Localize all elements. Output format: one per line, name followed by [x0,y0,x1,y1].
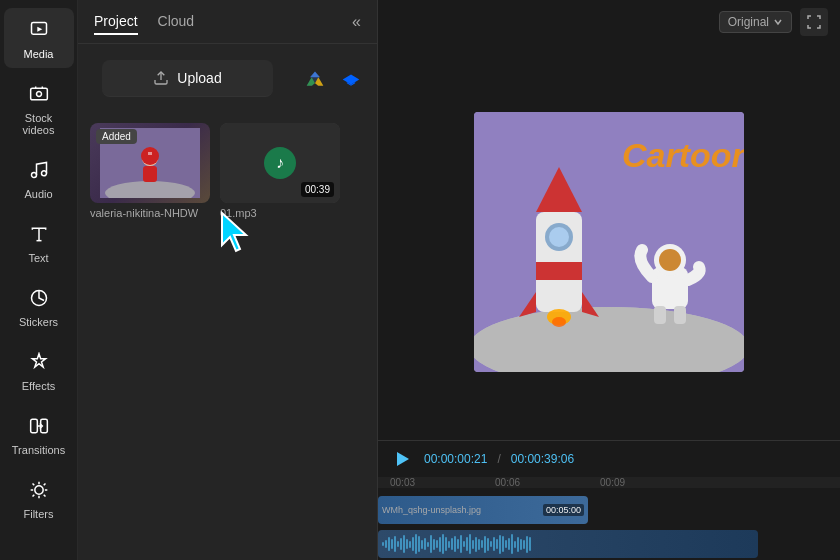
svg-point-9 [34,486,42,494]
sidebar-item-stickers-label: Stickers [19,316,58,328]
text-icon [25,220,53,248]
sidebar-item-media-label: Media [24,48,54,60]
svg-point-3 [36,92,41,97]
preview-header: Original [378,0,840,44]
media-item-video[interactable]: Added valeria-nikitina-NHDW [90,123,210,219]
sidebar-item-stock-videos[interactable]: Stock videos [4,72,74,144]
media-item-video-name: valeria-nikitina-NHDW [90,207,210,219]
svg-point-5 [41,171,46,176]
collapse-panel-button[interactable]: « [352,13,361,31]
preview-area: Original Cartoon [378,0,840,560]
audio-clip[interactable] [378,530,758,558]
audio-waveform [378,534,758,554]
time-current: 00:00:00:21 [424,452,487,466]
dropbox-icon [341,69,361,89]
added-badge: Added [96,129,137,144]
sidebar-item-text[interactable]: Text [4,212,74,272]
audio-duration: 00:39 [301,182,334,197]
timeline-ruler: 00:03 00:06 00:09 [378,477,840,488]
google-drive-button[interactable] [301,65,329,93]
sidebar-item-effects-label: Effects [22,380,55,392]
media-thumb-video: Added [90,123,210,203]
svg-rect-14 [143,166,157,182]
video-clip[interactable]: WMh_qshg-unsplash.jpg 00:05:00 [378,496,588,524]
video-clip-label: WMh_qshg-unsplash.jpg [382,505,481,515]
upload-label: Upload [177,70,221,86]
media-thumb-audio: ♪ 00:39 [220,123,340,203]
stock-videos-icon [25,80,53,108]
ruler-mark-2: 00:09 [600,477,625,488]
stickers-icon [25,284,53,312]
preview-canvas: Cartoon [378,44,840,440]
upload-icon [153,70,169,86]
sidebar-item-audio-label: Audio [24,188,52,200]
audio-track [378,528,840,560]
chevron-down-icon [773,17,783,27]
ruler-marks: 00:03 00:06 00:09 [390,477,625,488]
sidebar-item-stickers[interactable]: Stickers [4,276,74,336]
media-panel: Project Cloud « Upload [78,0,378,560]
media-icon [25,16,53,44]
play-icon [393,450,411,468]
media-item-audio-name: 01.mp3 [220,207,340,219]
svg-rect-7 [30,419,37,432]
ruler-mark-1: 00:06 [495,477,520,488]
svg-rect-2 [30,88,47,100]
play-button[interactable] [390,447,414,471]
svg-point-30 [552,317,566,327]
sidebar-item-transitions-label: Transitions [12,444,65,456]
svg-rect-26 [536,262,582,280]
fullscreen-icon [807,15,821,29]
transitions-icon [25,412,53,440]
upload-button[interactable]: Upload [102,60,273,97]
svg-rect-34 [654,306,666,324]
sidebar-item-audio[interactable]: Audio [4,148,74,208]
ruler-mark-0: 00:03 [390,477,415,488]
svg-rect-35 [674,306,686,324]
svg-point-4 [31,173,36,178]
filters-icon [25,476,53,504]
time-separator: / [497,452,500,466]
svg-marker-1 [37,27,42,32]
dropbox-button[interactable] [337,65,365,93]
quality-label: Original [728,15,769,29]
svg-text:Cartoon: Cartoon [622,136,744,174]
preview-frame: Cartoon [474,112,744,372]
video-track: WMh_qshg-unsplash.jpg 00:05:00 [378,494,840,526]
timeline-controls: 00:00:00:21 / 00:00:39:06 [378,441,840,477]
svg-point-15 [141,147,159,165]
effects-icon [25,348,53,376]
sidebar-item-media[interactable]: Media [4,8,74,68]
panel-tabs: Project Cloud « [78,0,377,44]
sidebar-item-filters[interactable]: Filters [4,468,74,528]
upload-row: Upload [78,44,377,113]
tab-project[interactable]: Project [94,9,138,35]
sidebar: Media Stock videos Audio [0,0,78,560]
sidebar-item-transitions[interactable]: Transitions [4,404,74,464]
media-grid: Added valeria-nikitina-NHDW ♪ 00:39 01.m… [78,113,377,229]
video-clip-duration: 00:05:00 [543,504,584,516]
audio-note-icon: ♪ [264,147,296,179]
time-total: 00:00:39:06 [511,452,574,466]
sidebar-item-effects[interactable]: Effects [4,340,74,400]
audio-icon [25,156,53,184]
fullscreen-button[interactable] [800,8,828,36]
svg-point-25 [549,227,569,247]
sidebar-item-text-label: Text [28,252,48,264]
timeline: 00:00:00:21 / 00:00:39:06 00:03 00:06 00… [378,440,840,560]
media-item-audio[interactable]: ♪ 00:39 01.mp3 [220,123,340,219]
svg-marker-36 [397,452,409,466]
preview-scene-svg: Cartoon [474,112,744,372]
timeline-tracks: WMh_qshg-unsplash.jpg 00:05:00 [378,488,840,560]
tab-cloud[interactable]: Cloud [158,9,195,35]
sidebar-item-filters-label: Filters [24,508,54,520]
svg-point-33 [659,249,681,271]
svg-rect-16 [148,152,152,155]
sidebar-item-stock-videos-label: Stock videos [8,112,70,136]
quality-selector[interactable]: Original [719,11,792,33]
